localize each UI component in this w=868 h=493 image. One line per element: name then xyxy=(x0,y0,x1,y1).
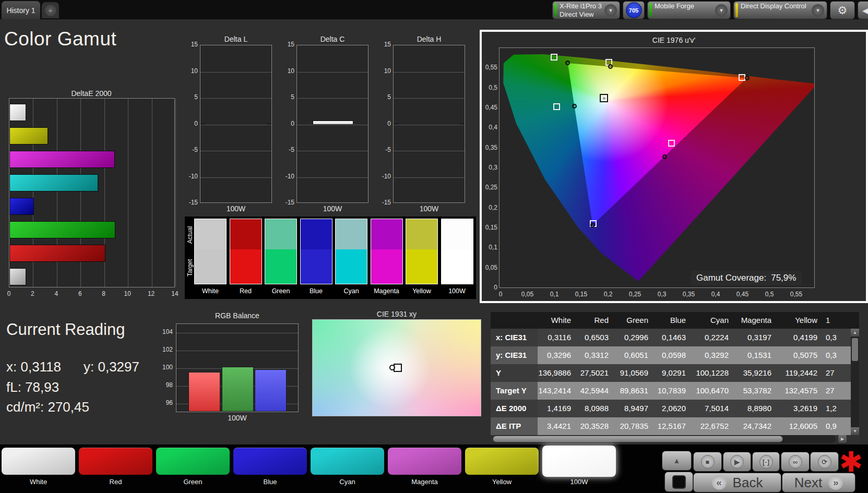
swatch-label: Green xyxy=(265,287,297,295)
collapse-patterns-button[interactable]: ▲ xyxy=(662,451,692,471)
rgb-y-tick: 98 xyxy=(158,381,173,389)
target-square-cyan xyxy=(553,103,560,110)
swatch-label: Cyan xyxy=(335,287,367,295)
delta-chart-delta-h xyxy=(393,45,465,203)
pattern-button-red[interactable] xyxy=(79,448,152,475)
continuous-button[interactable]: ∞ xyxy=(781,452,810,472)
swatch-cyan xyxy=(335,219,367,284)
bar-magenta xyxy=(9,151,115,168)
back-button[interactable]: «Back xyxy=(693,473,781,492)
delta-y-tick: 15 xyxy=(280,41,294,48)
cie1976-y-tick: 0,05 xyxy=(483,264,497,271)
cie1976-y-tick: 0,4 xyxy=(483,124,497,131)
pattern-control-bar: WhiteRedGreenBlueCyanMagentaYellow100W▲■… xyxy=(0,444,868,493)
cell: 0,5075 xyxy=(778,351,817,359)
pattern-button-white[interactable] xyxy=(2,448,75,475)
top-bar: History 1 + X-Rite i1Pro 3Direct View ▼ … xyxy=(0,0,868,19)
chevron-down-icon[interactable]: ▼ xyxy=(812,4,824,17)
measured-dot-blue xyxy=(590,223,595,227)
play-button[interactable]: ▶ xyxy=(723,452,751,472)
pattern-button-green[interactable] xyxy=(156,448,230,475)
settings-button[interactable]: ⚙ xyxy=(830,1,855,19)
alert-asterisk-icon: ✱ xyxy=(839,446,863,478)
pattern-label: Yellow xyxy=(465,478,539,486)
chevron-left-icon: ◀ xyxy=(862,4,868,17)
meter-dropdown[interactable]: X-Rite i1Pro 3Direct View ▼ xyxy=(552,1,620,19)
display-control-dropdown[interactable]: Direct Display Control ▼ xyxy=(733,1,827,19)
delta-y-tick: 0 xyxy=(376,120,391,127)
cell: 143,2414 xyxy=(538,386,571,395)
bar-100w xyxy=(9,268,26,285)
tab-history-1[interactable]: History 1 xyxy=(2,1,40,19)
pattern-button-100w[interactable] xyxy=(542,446,616,477)
swatch-green xyxy=(265,219,297,284)
scroll-thumb[interactable] xyxy=(852,338,858,361)
pattern-button-magenta[interactable] xyxy=(388,448,461,475)
gamut-coverage-readout: Gamut Coverage: 75,9% xyxy=(691,271,802,285)
swatch-target xyxy=(371,249,402,284)
delta-y-tick: -5 xyxy=(183,146,198,153)
bar-cyan xyxy=(9,174,98,191)
back-label: Back xyxy=(733,475,763,491)
grid-line xyxy=(200,151,271,151)
pattern-label: Green xyxy=(156,478,230,486)
pattern-button-cyan[interactable] xyxy=(311,448,384,475)
deltae-x-tick: 4 xyxy=(51,290,62,297)
column-header-1: 1 xyxy=(826,316,836,324)
rgb-balance-chart xyxy=(176,323,299,412)
cell: 0,1463 xyxy=(655,333,686,342)
swatch-actual xyxy=(371,219,402,249)
cell: 136,9886 xyxy=(538,368,571,377)
cell: 9,0291 xyxy=(655,368,686,377)
chevron-down-icon[interactable]: ▼ xyxy=(715,4,728,17)
cie1976-y-tick: 0,55 xyxy=(483,64,497,71)
scroll-right-button[interactable]: ▶ xyxy=(838,435,847,443)
cell: 132,4575 xyxy=(778,386,817,395)
pattern-window-button[interactable] xyxy=(664,472,693,492)
chevron-down-icon[interactable]: ▼ xyxy=(604,4,617,17)
cell: 0,3 xyxy=(826,333,850,342)
cell: 1,4169 xyxy=(538,404,571,413)
meter-exposure-button[interactable]: 705 xyxy=(623,1,645,19)
deltae-x-tick: 12 xyxy=(146,290,157,297)
table-row: x: CIE310,31160,65030,29960,14630,22240,… xyxy=(491,329,851,346)
play-icon: ▶ xyxy=(730,455,744,468)
measured-dot-yellow xyxy=(608,64,613,69)
delta-y-tick: -10 xyxy=(183,173,198,180)
collapse-panel-button[interactable]: ◀ xyxy=(858,1,868,19)
target-square-green xyxy=(551,54,557,61)
swatch-actual xyxy=(265,219,296,249)
scroll-up-button[interactable]: ▲ xyxy=(851,329,859,336)
cie1976-y-tick: 0,3 xyxy=(483,164,497,171)
pattern-button-yellow[interactable] xyxy=(465,448,539,475)
measured-dot-cyan xyxy=(572,104,577,109)
exposure-badge: 705 xyxy=(626,2,642,18)
display-control-label: Direct Display Control xyxy=(741,2,806,10)
cell: 0,9 xyxy=(826,422,850,430)
current-reading-title: Current Reading xyxy=(6,320,125,339)
white-point-ring xyxy=(602,96,607,101)
cie1976-x-tick: 0,4 xyxy=(708,291,723,298)
swatch-target xyxy=(195,249,226,284)
delta-bar xyxy=(313,121,353,125)
grid-line xyxy=(297,177,368,178)
scroll-down-button[interactable]: ▼ xyxy=(851,427,859,435)
delta-y-tick: 0 xyxy=(280,120,294,127)
horizontal-scrollbar[interactable] xyxy=(492,435,836,443)
grid-line xyxy=(200,125,271,125)
scroll-thumb[interactable] xyxy=(493,436,783,442)
infinity-icon: ∞ xyxy=(789,455,802,468)
target-square-magenta xyxy=(668,140,675,147)
step-button[interactable]: [-] xyxy=(752,452,780,472)
swatch-label: Blue xyxy=(300,287,332,295)
delta-y-tick: -10 xyxy=(280,173,294,180)
vertical-scrollbar[interactable]: ▲▼ xyxy=(851,329,859,435)
refresh-button[interactable]: ⟳ xyxy=(810,452,839,472)
stop-button[interactable]: ■ xyxy=(693,452,722,472)
actual-target-swatch-panel: ActualTargetWhiteRedGreenBlueCyanMagenta… xyxy=(185,217,476,299)
next-label: Next xyxy=(794,475,822,491)
add-tab-button[interactable]: + xyxy=(42,2,59,18)
pattern-button-blue[interactable] xyxy=(233,448,307,475)
pattern-label: White xyxy=(2,478,75,486)
source-dropdown[interactable]: Mobile Forge ▼ xyxy=(647,1,731,19)
